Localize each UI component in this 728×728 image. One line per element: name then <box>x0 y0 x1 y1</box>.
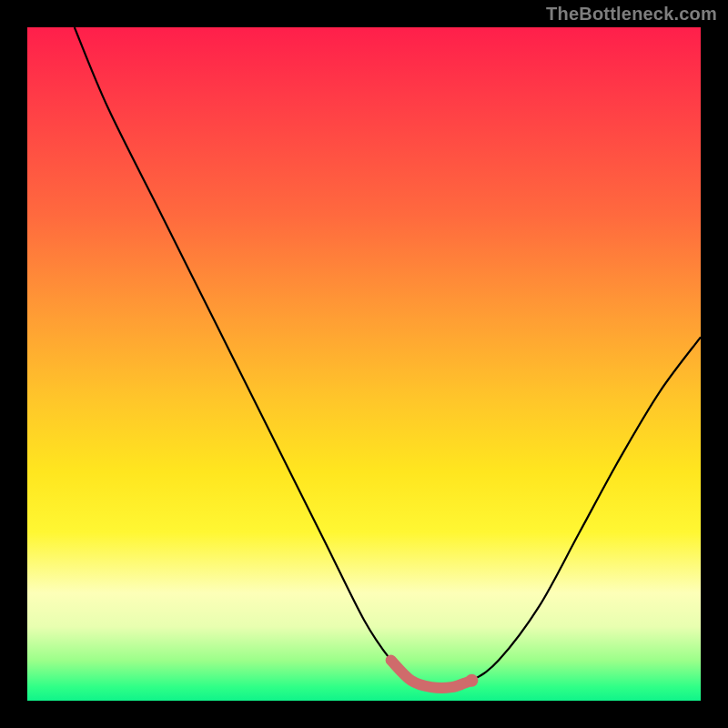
bottleneck-curve-path <box>75 27 701 688</box>
plot-area <box>27 27 701 701</box>
watermark-text: TheBottleneck.com <box>546 4 717 25</box>
bottleneck-highlight-path <box>391 661 472 689</box>
chart-frame: TheBottleneck.com <box>0 0 728 728</box>
bottleneck-highlight-end-dot <box>465 674 478 687</box>
bottleneck-curve-svg <box>27 27 701 701</box>
